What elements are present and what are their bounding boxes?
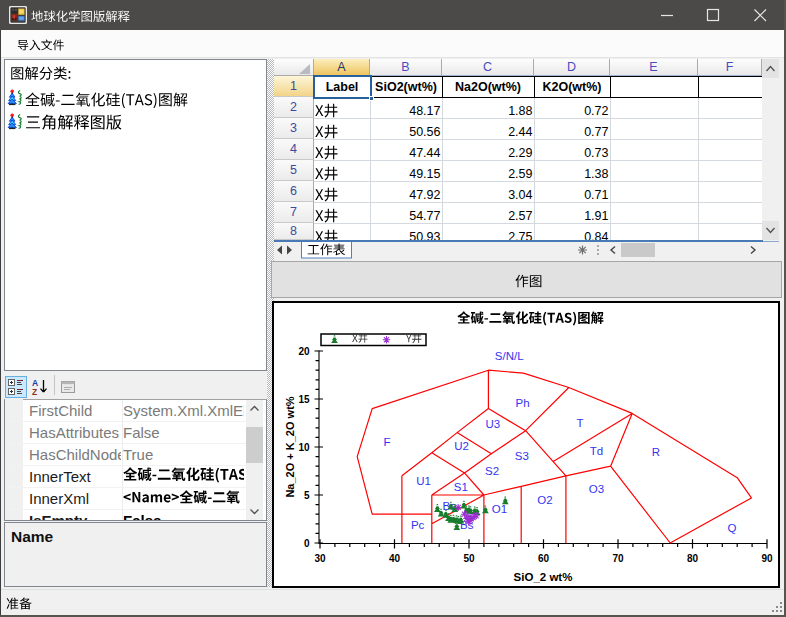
svg-text:F: F: [383, 436, 390, 448]
svg-text:S3: S3: [515, 450, 529, 462]
svg-text:U3: U3: [485, 418, 500, 430]
svg-text:Q: Q: [728, 522, 737, 534]
svg-text:5: 5: [304, 490, 310, 501]
svg-text:60: 60: [538, 553, 550, 564]
svg-text:U2: U2: [454, 440, 469, 452]
svg-text:Td: Td: [590, 445, 603, 457]
svg-text:30: 30: [314, 553, 326, 564]
svg-text:Ph: Ph: [516, 397, 530, 409]
svg-text:70: 70: [612, 553, 624, 564]
svg-text:O3: O3: [589, 483, 604, 495]
svg-text:U1: U1: [416, 475, 431, 487]
svg-text:Na_2O + K_2O wt%: Na_2O + K_2O wt%: [284, 396, 296, 497]
svg-text:S2: S2: [485, 465, 499, 477]
svg-text:O2: O2: [537, 494, 552, 506]
svg-text:Pc: Pc: [411, 519, 425, 531]
svg-text:Z: Z: [32, 387, 37, 396]
svg-text:T: T: [576, 417, 583, 429]
svg-text:90: 90: [761, 553, 773, 564]
svg-text:R: R: [652, 446, 660, 458]
svg-text:0: 0: [304, 538, 310, 549]
svg-text:S/N/L: S/N/L: [495, 350, 524, 362]
svg-text:S1: S1: [454, 481, 468, 493]
svg-text:SiO_2 wt%: SiO_2 wt%: [514, 571, 573, 583]
svg-text:50: 50: [463, 553, 475, 564]
svg-text:O1: O1: [492, 503, 507, 515]
svg-text:15: 15: [298, 394, 310, 405]
svg-text:80: 80: [687, 553, 699, 564]
svg-text:10: 10: [298, 442, 310, 453]
svg-text:40: 40: [389, 553, 401, 564]
svg-text:20: 20: [298, 346, 310, 357]
